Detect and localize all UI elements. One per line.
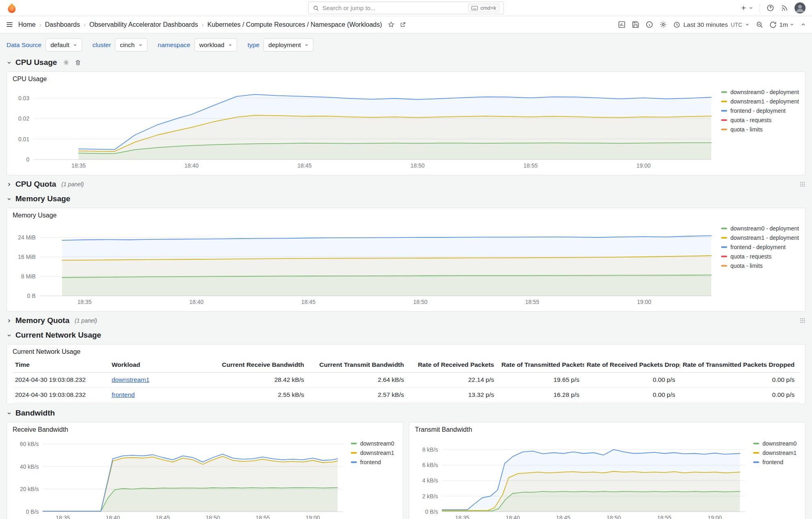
panel-body: 0 B/s2 kB/s4 kB/s6 kB/s8 kB/s18:3518:401… <box>415 435 799 519</box>
column-header[interactable]: Current Transmit Bandwidth <box>309 357 409 373</box>
row-toggle-network[interactable]: Current Network Usage <box>6 331 101 340</box>
bandwidth-panels-row: Receive Bandwidth 0 B/s20 kB/s40 kB/s60 … <box>6 422 806 519</box>
column-header[interactable]: Rate of Transmitted Packets Dropped <box>680 357 799 373</box>
collapse-toolbar-button[interactable] <box>800 22 806 28</box>
panel-title[interactable]: Memory Usage <box>13 212 799 219</box>
panel-title[interactable]: Transmit Bandwidth <box>415 426 799 433</box>
refresh-interval-label: 1m <box>779 21 788 28</box>
breadcrumb: Home › Dashboards › Observability Accele… <box>18 21 382 28</box>
svg-text:18:45: 18:45 <box>301 299 315 305</box>
dashboard-settings-button[interactable] <box>659 21 667 28</box>
refresh-button[interactable] <box>769 21 777 28</box>
legend-swatch <box>351 443 357 444</box>
search-icon <box>313 5 319 11</box>
legend-item[interactable]: downstream0 <box>753 440 799 447</box>
panel-title[interactable]: Receive Bandwidth <box>13 426 397 433</box>
legend-item[interactable]: downstream0 - deployment <box>721 89 799 95</box>
save-dashboard-button[interactable] <box>632 21 639 28</box>
column-header[interactable]: Current Receive Bandwidth <box>209 357 309 373</box>
row-toggle-memory-quota[interactable]: Memory Quota (1 panel) <box>6 316 97 325</box>
user-avatar[interactable] <box>795 2 806 13</box>
workload-link[interactable]: downstream1 <box>112 376 149 383</box>
legend-label: quota - requests <box>730 117 771 123</box>
row-toggle-memory-usage[interactable]: Memory Usage <box>6 194 70 203</box>
legend-item[interactable]: downstream1 <box>753 450 799 456</box>
variable-cluster-dropdown[interactable]: cinch <box>115 39 147 52</box>
breadcrumb-folder[interactable]: Observability Accelerator Dashboards <box>89 21 198 28</box>
receive-bandwidth-chart[interactable]: 0 B/s20 kB/s40 kB/s60 kB/s18:3518:4018:4… <box>13 435 348 519</box>
svg-text:18:50: 18:50 <box>413 299 428 305</box>
row-options-button[interactable] <box>63 59 69 66</box>
column-header[interactable]: Rate of Received Packets Dropped <box>584 357 680 373</box>
breadcrumb-dashboards[interactable]: Dashboards <box>45 21 80 28</box>
row-toggle-cpu-quota[interactable]: CPU Quota (1 panel) <box>6 180 84 189</box>
row-title: Current Network Usage <box>15 331 101 340</box>
breadcrumb-home[interactable]: Home <box>18 21 36 28</box>
panel-title[interactable]: CPU Usage <box>13 75 799 83</box>
panel-body: 00.010.020.0318:3518:4018:4518:5018:5519… <box>13 85 799 170</box>
chevron-down-icon <box>6 196 12 202</box>
legend-swatch <box>753 461 759 463</box>
drag-handle-icon[interactable] <box>800 181 806 187</box>
panel-title[interactable]: Current Network Usage <box>13 348 799 355</box>
refresh-group: 1m <box>769 21 794 28</box>
row-panel-count: (1 panel) <box>61 181 84 187</box>
add-panel-button[interactable] <box>618 21 626 28</box>
column-header[interactable]: Rate of Transmitted Packets <box>499 357 584 373</box>
legend-item[interactable]: quota - requests <box>721 253 799 260</box>
row-title: Memory Quota <box>15 316 69 325</box>
legend-item[interactable]: downstream0 <box>351 440 397 447</box>
row-toggle-bandwidth[interactable]: Bandwidth <box>6 409 55 418</box>
search-input[interactable] <box>322 4 465 11</box>
workload-link[interactable]: frontend <box>112 391 135 398</box>
legend-item[interactable]: frontend - deployment <box>721 108 799 114</box>
search-minus-icon <box>756 21 763 28</box>
table-cell: 0.00 p/s <box>680 388 799 403</box>
legend-label: downstream0 <box>360 440 394 447</box>
legend-item[interactable]: frontend - deployment <box>721 244 799 250</box>
info-circle-icon <box>646 21 653 28</box>
row-delete-button[interactable] <box>75 59 81 66</box>
row-header-memory-usage: Memory Usage <box>6 193 806 205</box>
grafana-logo[interactable] <box>6 3 17 13</box>
breadcrumb-separator: › <box>84 21 86 28</box>
news-button[interactable] <box>781 4 788 12</box>
clock-icon <box>673 21 680 28</box>
memory-usage-chart[interactable]: 0 B8 MiB16 MiB24 MiB18:3518:4018:4518:50… <box>13 221 716 306</box>
variable-namespace-dropdown[interactable]: workload <box>194 39 237 52</box>
legend-label: downstream1 <box>762 450 797 456</box>
time-range-picker[interactable]: Last 30 minutes UTC <box>673 21 749 28</box>
legend-item[interactable]: downstream1 <box>351 450 397 456</box>
legend-item[interactable]: quota - requests <box>721 117 799 123</box>
share-dashboard-button[interactable] <box>400 21 406 28</box>
svg-text:0.01: 0.01 <box>18 136 29 142</box>
legend-item[interactable]: downstream1 - deployment <box>721 98 799 105</box>
column-header[interactable]: Time <box>13 357 109 373</box>
variable-type-dropdown[interactable]: deployment <box>263 39 313 52</box>
row-header-memory-quota: Memory Quota (1 panel) <box>6 315 806 326</box>
dashboard-insights-button[interactable] <box>646 21 653 28</box>
variable-datasource-dropdown[interactable]: default <box>45 39 82 52</box>
share-icon <box>400 21 406 28</box>
cpu-usage-chart[interactable]: 00.010.020.0318:3518:4018:4518:5018:5519… <box>13 85 716 170</box>
refresh-interval-dropdown[interactable]: 1m <box>779 21 794 28</box>
legend-item[interactable]: quota - limits <box>721 126 799 133</box>
legend-item[interactable]: frontend <box>351 459 397 465</box>
drag-handle-icon[interactable] <box>800 318 806 323</box>
new-button[interactable] <box>740 4 753 11</box>
legend-label: frontend <box>762 459 783 465</box>
legend-item[interactable]: downstream1 - deployment <box>721 235 799 241</box>
legend-item[interactable]: downstream0 - deployment <box>721 225 799 232</box>
column-header[interactable]: Rate of Received Packets <box>409 357 499 373</box>
legend-item[interactable]: quota - limits <box>721 263 799 269</box>
column-header[interactable]: Workload <box>109 357 209 373</box>
legend-item[interactable]: frontend <box>753 459 799 465</box>
zoom-out-button[interactable] <box>756 21 763 28</box>
chart-canvas: 0 B/s2 kB/s4 kB/s6 kB/s8 kB/s18:3518:401… <box>415 435 750 519</box>
help-button[interactable] <box>767 4 774 12</box>
star-dashboard-button[interactable] <box>388 21 395 28</box>
row-toggle-cpu-usage[interactable]: CPU Usage <box>6 58 57 67</box>
transmit-bandwidth-chart[interactable]: 0 B/s2 kB/s4 kB/s6 kB/s8 kB/s18:3518:401… <box>415 435 750 519</box>
search-box[interactable]: cmd+k <box>308 2 504 14</box>
menu-toggle[interactable] <box>6 21 13 28</box>
